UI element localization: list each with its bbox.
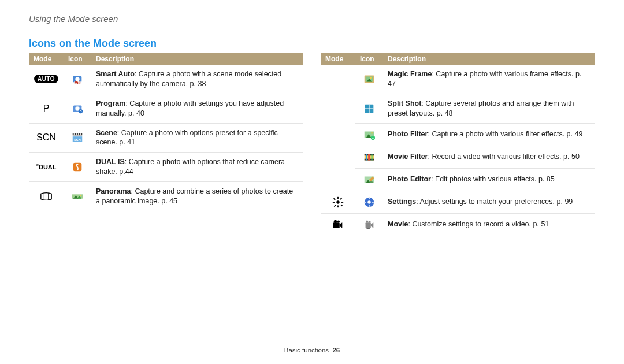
footer-page: 26 (332, 347, 340, 354)
mode-cell (321, 191, 355, 213)
desc-title: Movie (388, 220, 408, 228)
mode-table-left: Mode Icon Description AUTOSmart Auto: Ca… (29, 53, 303, 211)
icon-cell (355, 168, 383, 191)
mode-label: «DUAL (36, 164, 56, 170)
photoeditor-icon (363, 173, 376, 186)
desc-text: : Record a video with various filter eff… (428, 153, 579, 161)
desc-cell: Split Shot: Capture several photos and a… (383, 94, 595, 123)
mode-label: SCN (36, 132, 56, 142)
table-row: Photo Filter: Capture a photo with vario… (321, 123, 595, 146)
desc-text: : Capture a photo with options preset fo… (96, 129, 278, 147)
icon-cell (355, 123, 383, 146)
desc-cell: DUAL IS: Capture a photo with options th… (91, 153, 303, 182)
desc-cell: Panorama: Capture and combine a series o… (91, 182, 303, 211)
desc-title: Smart Auto (96, 70, 135, 78)
table-row: Photo Editor: Edit photos with various e… (321, 168, 595, 191)
columns-wrapper: Mode Icon Description AUTOSmart Auto: Ca… (29, 53, 595, 236)
icon-cell (64, 94, 91, 123)
panorama-icon (71, 190, 84, 203)
col-header-icon: Icon (64, 53, 91, 65)
program-icon (71, 102, 84, 115)
desc-text: : Capture a photo with options that redu… (96, 158, 285, 176)
section-title: Icons on the Mode screen (29, 38, 595, 50)
table-row: Magic Frame: Capture a photo with variou… (321, 65, 595, 94)
icon-cell (355, 94, 383, 123)
dualis-icon (71, 161, 84, 173)
col-header-desc: Description (383, 53, 595, 65)
desc-title: Movie Filter (388, 153, 428, 161)
desc-title: Magic Frame (388, 70, 432, 78)
col-header-mode: Mode (321, 53, 355, 65)
magicframe-icon (363, 73, 376, 86)
desc-title: Program (96, 99, 125, 107)
left-column: Mode Icon Description AUTOSmart Auto: Ca… (29, 53, 303, 236)
desc-text: : Capture a photo with various filter ef… (428, 130, 582, 138)
desc-cell: Photo Filter: Capture a photo with vario… (383, 123, 595, 146)
desc-cell: Movie Filter: Record a video with variou… (383, 146, 595, 168)
icon-cell (64, 123, 91, 153)
desc-text: : Customize settings to record a video. … (408, 220, 549, 228)
desc-cell: Scene: Capture a photo with options pres… (91, 123, 303, 153)
page-footer: Basic functions 26 (0, 347, 624, 354)
icon-cell (64, 182, 91, 211)
desc-title: Photo Filter (388, 130, 428, 138)
right-column: Mode Icon Description Magic Frame: Captu… (321, 53, 595, 236)
footer-section: Basic functions (284, 347, 329, 354)
auto-icon (71, 73, 84, 86)
mode-cell: SCN (29, 123, 64, 153)
desc-cell: Magic Frame: Capture a photo with variou… (383, 65, 595, 94)
table-row: PProgram: Capture a photo with settings … (29, 94, 303, 123)
breadcrumb: Using the Mode screen (29, 14, 595, 24)
mode-cell (321, 213, 355, 236)
icon-cell (355, 146, 383, 168)
col-header-mode: Mode (29, 53, 64, 65)
splitshot-icon (363, 102, 376, 115)
settings-icon (363, 196, 376, 209)
desc-cell: Movie: Customize settings to record a vi… (383, 213, 595, 236)
desc-text: : Edit photos with various effects. p. 8… (431, 175, 555, 183)
movie-icon (363, 218, 376, 231)
col-header-icon: Icon (355, 53, 383, 65)
desc-cell: Settings: Adjust settings to match your … (383, 191, 595, 213)
icon-cell (64, 153, 91, 182)
table-row: Split Shot: Capture several photos and a… (321, 94, 595, 123)
desc-title: Split Shot (388, 99, 421, 107)
mode-label: AUTO (34, 75, 58, 83)
table-row: Movie: Customize settings to record a vi… (321, 213, 595, 236)
icon-cell (355, 191, 383, 213)
panorama-mode-icon (40, 190, 53, 203)
mode-cell: P (29, 94, 64, 123)
movie-mode-icon (332, 218, 344, 231)
col-header-desc: Description (91, 53, 303, 65)
icon-cell (355, 213, 383, 236)
table-row: SCNScene: Capture a photo with options p… (29, 123, 303, 153)
photofilter-icon (363, 128, 376, 141)
settings-mode-icon (332, 196, 344, 209)
mode-table-right: Mode Icon Description Magic Frame: Captu… (321, 53, 595, 236)
desc-title: Scene (96, 129, 117, 137)
table-row: «DUALDUAL IS: Capture a photo with optio… (29, 153, 303, 182)
desc-title: Photo Editor (388, 175, 431, 183)
mode-cell: AUTO (29, 65, 64, 94)
mode-cell: «DUAL (29, 153, 64, 182)
desc-cell: Program: Capture a photo with settings y… (91, 94, 303, 123)
scene-icon (71, 131, 84, 144)
table-row: AUTOSmart Auto: Capture a photo with a s… (29, 65, 303, 94)
desc-title: Settings (388, 198, 416, 206)
desc-title: Panorama (96, 187, 131, 195)
desc-text: : Adjust settings to match your preferen… (416, 198, 573, 206)
mode-cell (29, 182, 64, 211)
table-row: Settings: Adjust settings to match your … (321, 191, 595, 213)
desc-cell: Smart Auto: Capture a photo with a scene… (91, 65, 303, 94)
table-row: Movie Filter: Record a video with variou… (321, 146, 595, 168)
moviefilter-icon (363, 151, 376, 164)
icon-cell (64, 65, 91, 94)
icon-cell (355, 65, 383, 94)
mode-label: P (43, 103, 50, 113)
desc-cell: Photo Editor: Edit photos with various e… (383, 168, 595, 191)
table-row: Panorama: Capture and combine a series o… (29, 182, 303, 211)
mode-cell (321, 65, 355, 191)
desc-title: DUAL IS (96, 158, 125, 166)
